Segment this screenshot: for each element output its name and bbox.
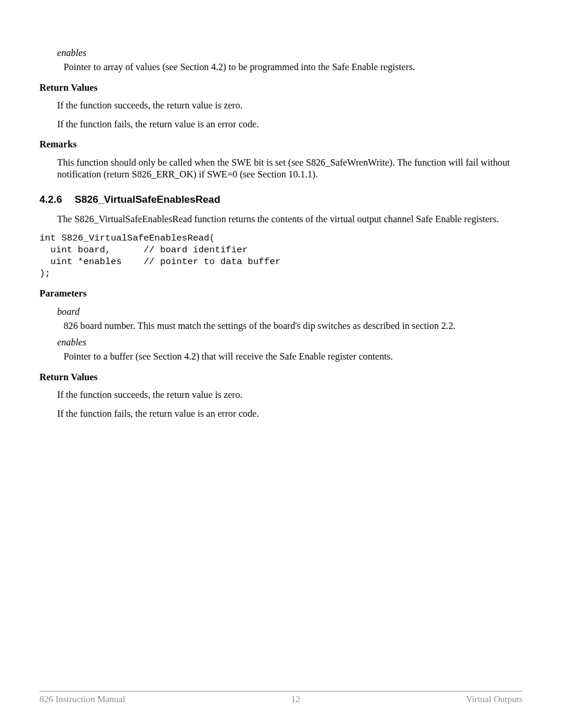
return-fails-2: If the function fails, the return value … xyxy=(57,408,523,420)
page-content: enables Pointer to array of values (see … xyxy=(39,47,523,420)
return-values-heading-1: Return Values xyxy=(39,82,523,94)
footer-left: 826 Instruction Manual xyxy=(39,694,125,704)
section-heading-4-2-6: 4.2.6 S826_VirtualSafeEnablesRead xyxy=(39,193,523,206)
param-def-board: 826 board number. This must match the se… xyxy=(64,320,523,332)
return-succeeds-2: If the function succeeds, the return val… xyxy=(57,389,523,401)
remarks-body: This function should only be called when… xyxy=(57,157,523,181)
footer-right: Virtual Outputs xyxy=(466,694,523,704)
footer-rule xyxy=(39,691,523,691)
return-succeeds-1: If the function succeeds, the return val… xyxy=(57,100,523,111)
section-number: 4.2.6 xyxy=(39,193,72,206)
page: enables Pointer to array of values (see … xyxy=(0,0,562,728)
param-def-enables-2: Pointer to a buffer (see Section 4.2) th… xyxy=(64,351,523,363)
return-values-heading-2: Return Values xyxy=(39,371,523,383)
footer-page-number: 12 xyxy=(291,694,300,704)
section-title: S826_VirtualSafeEnablesRead xyxy=(75,193,220,205)
remarks-heading: Remarks xyxy=(39,139,523,150)
return-fails-1: If the function fails, the return value … xyxy=(57,118,523,130)
section-intro: The S826_VirtualSafeEnablesRead function… xyxy=(57,213,523,225)
param-term-board: board xyxy=(57,306,523,318)
param-def-enables-1: Pointer to array of values (see Section … xyxy=(64,61,523,73)
code-block: int S826_VirtualSafeEnablesRead( uint bo… xyxy=(39,232,523,280)
parameters-heading: Parameters xyxy=(39,288,523,299)
footer-row: 826 Instruction Manual 12 Virtual Output… xyxy=(39,694,523,704)
param-term-enables-1: enables xyxy=(57,47,523,59)
page-footer: 826 Instruction Manual 12 Virtual Output… xyxy=(39,691,523,704)
param-term-enables-2: enables xyxy=(57,337,523,348)
